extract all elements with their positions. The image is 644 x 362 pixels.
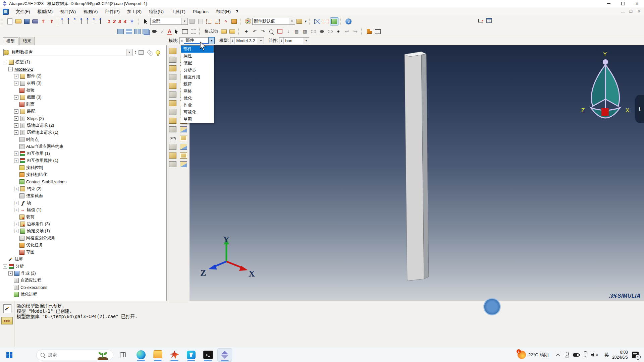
color-code-combo[interactable]: 部件默认值 ▼ xyxy=(252,18,295,25)
undo-icon[interactable]: ↩ xyxy=(343,28,351,35)
select-cursor-icon[interactable] xyxy=(142,18,150,25)
module-option-优化[interactable]: 优化 xyxy=(181,95,214,102)
wifi-icon[interactable] xyxy=(581,350,589,360)
tool-19-icon[interactable] xyxy=(168,125,177,133)
zoom-icon[interactable] xyxy=(268,28,275,35)
tree-item[interactable]: +作业 (2) xyxy=(0,270,166,277)
spinner-icon[interactable]: ▲▼ xyxy=(230,38,235,44)
view-number-4[interactable]: 4 xyxy=(122,18,128,24)
volume-muted-icon[interactable] xyxy=(590,350,598,360)
tree-item[interactable]: 注释 xyxy=(0,256,166,263)
tree-item[interactable]: +场输出请求 (2) xyxy=(0,122,166,129)
tool-5-icon[interactable] xyxy=(168,64,177,72)
minimize-button[interactable] xyxy=(602,0,616,7)
print-icon[interactable] xyxy=(31,18,39,25)
search-box[interactable] xyxy=(36,350,113,360)
tool-7-icon[interactable] xyxy=(168,73,177,81)
chevron-down-icon[interactable]: ▼ xyxy=(304,20,307,23)
expand-icon[interactable]: + xyxy=(14,159,18,163)
menu-item[interactable]: 帮助(H) xyxy=(212,8,234,15)
menu-item[interactable]: 特征(U) xyxy=(145,8,167,15)
microphone-icon[interactable] xyxy=(563,350,571,360)
pan-icon[interactable]: + xyxy=(243,28,250,35)
terminal-app-icon[interactable] xyxy=(201,348,215,362)
tree-item[interactable]: 自适应过程 xyxy=(0,277,166,284)
chevron-down-icon[interactable]: ▼ xyxy=(181,18,187,24)
view-user-icon[interactable]: ⚲ xyxy=(128,18,136,25)
view-number-2[interactable]: 2 xyxy=(112,18,117,24)
viewport-tile-v-icon[interactable] xyxy=(133,28,141,35)
red-arrow-1-icon[interactable]: ⇑ xyxy=(40,18,47,25)
tool-20-icon[interactable] xyxy=(179,125,188,133)
tree-item[interactable]: 连接截面 xyxy=(0,192,166,199)
module-option-相互作用[interactable]: 相互作用 xyxy=(181,74,214,81)
oval-b-icon[interactable] xyxy=(318,28,326,35)
tree-item[interactable]: 接触控制 xyxy=(0,164,166,171)
expand-icon[interactable]: + xyxy=(14,208,18,212)
expand-icon[interactable]: + xyxy=(14,152,18,156)
mdi-restore-icon[interactable]: ❐ xyxy=(629,10,633,14)
collapse-icon[interactable]: − xyxy=(3,60,7,64)
edge-app-icon[interactable] xyxy=(133,348,148,362)
collapse-icon[interactable]: − xyxy=(3,264,7,268)
view-number-3[interactable]: 3 xyxy=(117,18,122,24)
tree-item[interactable]: 草图 xyxy=(0,249,166,256)
expand-icon[interactable]: + xyxy=(14,95,18,100)
save-small-icon[interactable] xyxy=(188,18,196,25)
color-code-palette-icon[interactable] xyxy=(244,18,252,25)
tree-item[interactable]: +Steps (2) xyxy=(0,115,166,122)
grid-table-icon[interactable] xyxy=(374,28,382,35)
tool-24-icon[interactable] xyxy=(179,143,188,151)
expand-icon[interactable]: + xyxy=(14,123,18,128)
tool-1-icon[interactable] xyxy=(168,47,177,55)
folder-new-icon[interactable] xyxy=(228,28,236,35)
dashed-l1-icon[interactable] xyxy=(205,18,213,25)
oval-a-icon[interactable] xyxy=(310,28,317,35)
tree-item[interactable]: 校验 xyxy=(0,87,166,94)
dashed-l2-icon[interactable] xyxy=(213,18,221,25)
tree-item[interactable]: 优化任务 xyxy=(0,242,166,249)
tree-item[interactable]: +预定义场 (1) xyxy=(0,228,166,235)
tool-9-icon[interactable] xyxy=(168,82,177,90)
fit-icon[interactable] xyxy=(276,28,284,35)
tool-28-icon[interactable] xyxy=(179,160,188,168)
tool-27-icon[interactable] xyxy=(168,160,177,168)
module-combo[interactable]: ▲▼ 部件 ▼ xyxy=(179,37,215,44)
teal-app-app-icon[interactable] xyxy=(184,348,199,362)
oval-c-icon[interactable] xyxy=(326,28,334,35)
toolbar-grip[interactable] xyxy=(138,18,140,25)
search-input[interactable] xyxy=(47,352,82,358)
chevron-down-icon[interactable]: ▼ xyxy=(126,49,132,56)
tree-item[interactable]: +相互作用属性 (1) xyxy=(0,157,166,164)
red-arrow-2-icon[interactable]: ⇑ xyxy=(48,18,56,25)
module-option-分析步[interactable]: 分析步 xyxy=(181,67,214,74)
menu-item[interactable]: 加工(S) xyxy=(123,8,145,15)
context-help-icon[interactable]: ? xyxy=(236,9,238,14)
menu-item[interactable]: 视口(W) xyxy=(56,8,79,15)
tree-item[interactable]: +边界条件 (3) xyxy=(0,221,166,228)
tool-13-icon[interactable] xyxy=(168,99,177,107)
menu-item[interactable]: 文件(F) xyxy=(12,8,34,15)
tool-3-icon[interactable] xyxy=(168,56,177,64)
tool-25-icon[interactable] xyxy=(168,152,177,160)
tree-item[interactable]: 优化进程 xyxy=(0,291,166,298)
tree-item[interactable]: 剖面 xyxy=(0,101,166,108)
module-option-网格[interactable]: 网格 xyxy=(181,88,214,95)
toolbar-grip[interactable] xyxy=(199,28,202,35)
slash-icon[interactable]: ∕ xyxy=(159,28,166,35)
module-option-草图[interactable]: 草图 xyxy=(181,116,214,123)
view-left-icon[interactable] xyxy=(88,19,93,24)
module-option-作业[interactable]: 作业 xyxy=(181,102,214,109)
view-top-icon[interactable] xyxy=(75,19,80,24)
folder-open-icon[interactable] xyxy=(220,28,228,35)
wireframe-icon[interactable] xyxy=(313,18,321,25)
tool-26-icon[interactable] xyxy=(179,152,188,160)
tree-item[interactable]: Co-executions xyxy=(0,284,166,291)
mdi-minimize-icon[interactable]: — xyxy=(621,10,625,14)
chevron-down-icon[interactable]: ▼ xyxy=(289,18,295,24)
rotate-cw-icon[interactable]: ↷ xyxy=(259,28,267,35)
expand-icon[interactable]: + xyxy=(14,81,18,85)
table-icon[interactable] xyxy=(181,28,189,35)
tree-item[interactable]: Contact Stabilizations xyxy=(0,178,166,185)
viewport-side-tab[interactable]: i xyxy=(635,95,644,123)
